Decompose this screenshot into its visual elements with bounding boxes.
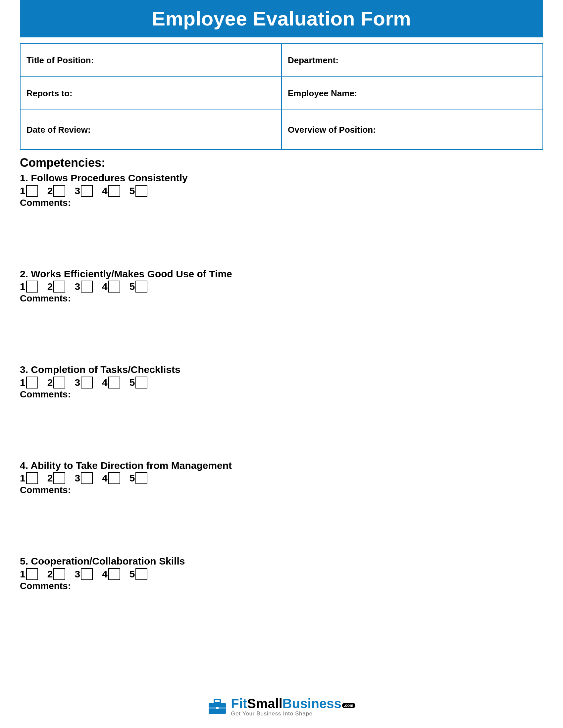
rating-checkbox[interactable] <box>135 281 147 293</box>
rating-checkbox[interactable] <box>135 472 147 484</box>
rating-number: 4 <box>102 569 108 580</box>
rating-number: 4 <box>102 377 108 388</box>
rating-checkbox[interactable] <box>108 281 120 293</box>
brand-dotcom: .com <box>342 703 355 708</box>
rating-option: 5 <box>129 472 148 484</box>
competency-block: 3. Completion of Tasks/Checklists12345Co… <box>20 363 543 400</box>
comments-label: Comments: <box>20 581 543 591</box>
rating-checkbox[interactable] <box>108 568 120 580</box>
field-title-of-position[interactable]: Title of Position: <box>20 44 282 77</box>
rating-checkbox[interactable] <box>81 185 93 197</box>
rating-option: 4 <box>102 281 120 293</box>
rating-checkbox[interactable] <box>108 185 120 197</box>
competency-block: 4. Ability to Take Direction from Manage… <box>20 459 543 496</box>
rating-option: 5 <box>129 185 148 197</box>
footer-brand: FitSmallBusiness.com <box>231 697 355 710</box>
comments-label: Comments: <box>20 389 543 400</box>
rating-number: 2 <box>47 281 53 292</box>
competency-title: 1. Follows Procedures Consistently <box>20 172 543 184</box>
brand-small: Small <box>247 697 283 710</box>
rating-checkbox[interactable] <box>135 377 147 388</box>
rating-checkbox[interactable] <box>81 281 93 293</box>
rating-number: 4 <box>102 473 108 484</box>
competency-title: 4. Ability to Take Direction from Manage… <box>20 459 543 472</box>
rating-option: 2 <box>47 568 66 580</box>
rating-number: 1 <box>20 569 25 580</box>
rating-checkbox[interactable] <box>108 472 120 484</box>
rating-option: 1 <box>20 185 38 197</box>
rating-row: 12345 <box>20 185 543 197</box>
rating-checkbox[interactable] <box>26 281 38 293</box>
rating-number: 2 <box>47 569 53 580</box>
form-title: Employee Evaluation Form <box>20 0 543 37</box>
competency-title: 2. Works Efficiently/Makes Good Use of T… <box>20 268 543 280</box>
rating-number: 3 <box>74 281 80 292</box>
rating-number: 4 <box>102 281 108 292</box>
rating-checkbox[interactable] <box>53 281 65 293</box>
rating-option: 5 <box>129 377 148 388</box>
rating-number: 1 <box>20 377 25 388</box>
competency-title: 5. Cooperation/Collaboration Skills <box>20 555 543 568</box>
rating-option: 3 <box>74 185 93 197</box>
rating-option: 3 <box>74 568 93 580</box>
rating-row: 12345 <box>20 281 543 293</box>
rating-checkbox[interactable] <box>81 472 93 484</box>
field-reports-to[interactable]: Reports to: <box>20 77 282 110</box>
competency-title: 3. Completion of Tasks/Checklists <box>20 363 543 376</box>
rating-checkbox[interactable] <box>135 185 147 197</box>
briefcase-icon <box>208 699 227 715</box>
rating-number: 2 <box>47 377 53 388</box>
rating-number: 5 <box>129 281 135 292</box>
svg-rect-0 <box>214 700 220 703</box>
rating-option: 4 <box>102 568 120 580</box>
rating-checkbox[interactable] <box>53 568 65 580</box>
rating-checkbox[interactable] <box>53 185 65 197</box>
competency-block: 1. Follows Procedures Consistently12345C… <box>20 172 543 208</box>
svg-rect-3 <box>216 707 218 709</box>
rating-checkbox[interactable] <box>26 568 38 580</box>
comments-label: Comments: <box>20 198 543 208</box>
field-overview-of-position[interactable]: Overview of Position: <box>282 110 543 150</box>
rating-number: 3 <box>74 473 80 484</box>
rating-number: 2 <box>47 473 53 484</box>
rating-checkbox[interactable] <box>53 472 65 484</box>
rating-number: 5 <box>129 377 135 388</box>
footer-tagline: Get Your Business Into Shape <box>231 711 312 716</box>
comments-label: Comments: <box>20 485 543 495</box>
rating-number: 5 <box>129 185 135 197</box>
rating-checkbox[interactable] <box>26 185 38 197</box>
rating-number: 3 <box>74 185 80 197</box>
rating-checkbox[interactable] <box>135 568 147 580</box>
comments-label: Comments: <box>20 293 543 304</box>
rating-checkbox[interactable] <box>81 568 93 580</box>
field-department[interactable]: Department: <box>282 44 543 77</box>
rating-checkbox[interactable] <box>53 377 65 388</box>
competency-block: 5. Cooperation/Collaboration Skills12345… <box>20 555 543 591</box>
rating-option: 2 <box>47 472 66 484</box>
brand-business: Business <box>283 697 342 710</box>
rating-option: 4 <box>102 377 120 388</box>
rating-option: 1 <box>20 281 38 293</box>
rating-option: 5 <box>129 568 148 580</box>
rating-number: 5 <box>129 569 135 580</box>
competency-block: 2. Works Efficiently/Makes Good Use of T… <box>20 268 543 304</box>
rating-option: 3 <box>74 377 93 388</box>
rating-number: 3 <box>74 569 80 580</box>
rating-number: 1 <box>20 281 25 292</box>
footer: FitSmallBusiness.com Get Your Business I… <box>0 697 563 716</box>
rating-option: 3 <box>74 472 93 484</box>
rating-checkbox[interactable] <box>81 377 93 388</box>
rating-checkbox[interactable] <box>108 377 120 388</box>
field-employee-name[interactable]: Employee Name: <box>282 77 543 110</box>
rating-row: 12345 <box>20 472 543 484</box>
rating-option: 3 <box>74 281 93 293</box>
rating-option: 2 <box>47 185 66 197</box>
rating-number: 5 <box>129 473 135 484</box>
rating-checkbox[interactable] <box>26 377 38 388</box>
rating-checkbox[interactable] <box>26 472 38 484</box>
rating-number: 2 <box>47 185 53 197</box>
rating-option: 2 <box>47 281 66 293</box>
competencies-heading: Competencies: <box>20 156 543 170</box>
field-date-of-review[interactable]: Date of Review: <box>20 110 282 150</box>
rating-number: 3 <box>74 377 80 388</box>
